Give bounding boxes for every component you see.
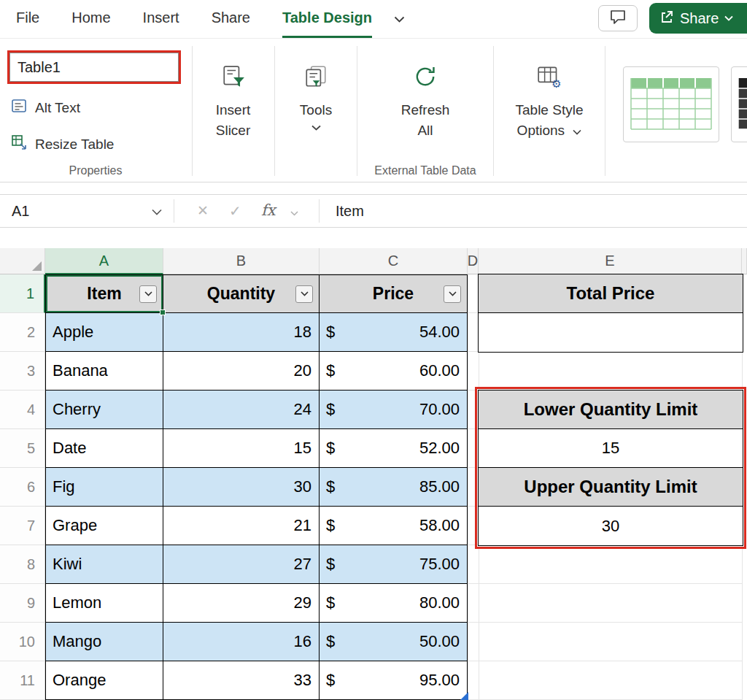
cell-e5-lower-limit-value[interactable]: 15: [479, 429, 743, 468]
table-style-thumbnail-dark[interactable]: [731, 66, 747, 142]
cell-c4[interactable]: $70.00: [320, 391, 468, 429]
cell-c1-price-header[interactable]: Price: [320, 274, 468, 313]
column-header-b[interactable]: B: [163, 248, 320, 274]
table-style-options-button[interactable]: ⚙ Table Style Options: [494, 61, 605, 141]
cell-a9[interactable]: Lemon: [45, 584, 163, 623]
select-all-corner[interactable]: [0, 248, 45, 274]
confirm-entry-icon[interactable]: ✓: [229, 195, 241, 227]
cell-b8[interactable]: 27: [163, 545, 320, 584]
refresh-all-label-line2: All: [417, 120, 433, 141]
cell-a1-item-header[interactable]: Item: [45, 274, 163, 313]
table-resize-handle[interactable]: [460, 692, 468, 700]
column-header-a[interactable]: A: [45, 248, 163, 274]
cell-c8[interactable]: $75.00: [320, 545, 468, 584]
row-header-8[interactable]: 8: [0, 545, 45, 584]
filter-button-item[interactable]: [139, 285, 157, 303]
cell-e4-lower-limit-label[interactable]: Lower Quantity Limit: [479, 391, 743, 429]
cell-b6[interactable]: 30: [163, 468, 320, 507]
cell-a11[interactable]: Orange: [45, 661, 163, 700]
price-value: 70.00: [419, 400, 460, 419]
table-style-thumbnail-green[interactable]: [623, 66, 719, 142]
row-header-2[interactable]: 2: [0, 313, 45, 352]
cell-a4[interactable]: Cherry: [45, 391, 163, 429]
insert-function-icon[interactable]: fx: [261, 195, 276, 226]
cell-e1-total-price-label[interactable]: Total Price: [479, 274, 743, 313]
tools-chevron-icon: [311, 125, 321, 131]
tso-label-line1: Table Style: [516, 100, 584, 120]
row-header-10[interactable]: 10: [0, 623, 45, 661]
cell-b11[interactable]: 33: [163, 661, 320, 700]
cancel-entry-icon[interactable]: ✕: [197, 195, 209, 227]
cell-c10[interactable]: $50.00: [320, 623, 468, 661]
selection-fill-handle[interactable]: [160, 309, 166, 315]
cell-a2[interactable]: Apple: [45, 313, 163, 352]
cell-b1-quantity-header[interactable]: Quantity: [163, 274, 320, 313]
cell-b3[interactable]: 20: [163, 352, 320, 391]
row-header-7[interactable]: 7: [0, 507, 45, 545]
cell-e2-total-price-value[interactable]: [479, 313, 743, 352]
currency-symbol: $: [326, 323, 335, 342]
cell-a7[interactable]: Grape: [45, 507, 163, 545]
share-button[interactable]: Share: [649, 3, 747, 34]
group-table-style-options: ⚙ Table Style Options: [494, 39, 605, 183]
name-box[interactable]: A1: [12, 195, 29, 227]
cell-c3[interactable]: $60.00: [320, 352, 468, 391]
filter-button-price[interactable]: [444, 285, 461, 303]
cell-b2[interactable]: 18: [163, 313, 320, 352]
cell-b4[interactable]: 24: [163, 391, 320, 429]
row-header-1[interactable]: 1: [0, 274, 45, 313]
tab-insert[interactable]: Insert: [143, 0, 179, 38]
price-value: 80.00: [419, 593, 460, 612]
cell-c6[interactable]: $85.00: [320, 468, 468, 507]
cell-b7[interactable]: 21: [163, 507, 320, 545]
filter-button-quantity[interactable]: [295, 285, 313, 303]
formula-bar-value[interactable]: Item: [336, 195, 364, 227]
tab-file[interactable]: File: [16, 0, 39, 38]
cell-b9[interactable]: 29: [163, 584, 320, 623]
tab-table-design[interactable]: Table Design: [282, 0, 372, 38]
cell-b5[interactable]: 15: [163, 429, 320, 468]
column-header-d[interactable]: D: [468, 248, 479, 274]
alt-text-icon: [10, 97, 28, 118]
row-header-3[interactable]: 3: [0, 352, 45, 391]
cell-c7[interactable]: $58.00: [320, 507, 468, 545]
price-value: 52.00: [419, 439, 460, 458]
cell-a6[interactable]: Fig: [45, 468, 163, 507]
column-header-e[interactable]: E: [479, 248, 742, 274]
name-box-chevron-icon[interactable]: [152, 205, 162, 218]
cell-e7-upper-limit-value[interactable]: 30: [479, 507, 743, 545]
insert-slicer-button[interactable]: Insert Slicer: [193, 61, 274, 141]
table-name-input[interactable]: Table1: [9, 53, 179, 82]
cell-a5[interactable]: Date: [45, 429, 163, 468]
cell-b10[interactable]: 16: [163, 623, 320, 661]
cell-a3[interactable]: Banana: [45, 352, 163, 391]
cell-c2[interactable]: $54.00: [320, 313, 468, 352]
cell-c5[interactable]: $52.00: [320, 429, 468, 468]
resize-table-button[interactable]: Resize Table: [10, 134, 114, 155]
row-header-4[interactable]: 4: [0, 391, 45, 429]
tab-share[interactable]: Share: [212, 0, 250, 38]
price-header-label: Price: [373, 284, 414, 304]
cell-a10[interactable]: Mango: [45, 623, 163, 661]
function-chevron-icon[interactable]: [290, 206, 298, 219]
group-table-styles-gallery: [605, 39, 747, 183]
comments-button[interactable]: [598, 5, 638, 31]
share-button-label: Share: [680, 10, 719, 27]
alt-text-button[interactable]: Alt Text: [10, 97, 80, 118]
cell-c11[interactable]: $95.00: [320, 661, 468, 700]
row-header-5[interactable]: 5: [0, 429, 45, 468]
row-header-11[interactable]: 11: [0, 661, 45, 700]
total-price-block: Total Price: [478, 274, 743, 353]
cell-e6-upper-limit-label[interactable]: Upper Quantity Limit: [479, 468, 743, 507]
tab-overflow-chevron-icon[interactable]: [394, 0, 405, 38]
refresh-all-button[interactable]: Refresh All: [357, 61, 493, 141]
column-header-c[interactable]: C: [320, 248, 468, 274]
cell-a8[interactable]: Kiwi: [45, 545, 163, 584]
cell-c9[interactable]: $80.00: [320, 584, 468, 623]
group-properties: Table1 Alt Text Resize Table Properties: [0, 39, 191, 183]
row-header-9[interactable]: 9: [0, 584, 45, 623]
row-header-6[interactable]: 6: [0, 468, 45, 507]
excel-window: File Home Insert Share Table Design Shar…: [0, 0, 747, 700]
tools-dropdown-button[interactable]: Tools: [275, 61, 357, 131]
tab-home[interactable]: Home: [71, 0, 110, 38]
